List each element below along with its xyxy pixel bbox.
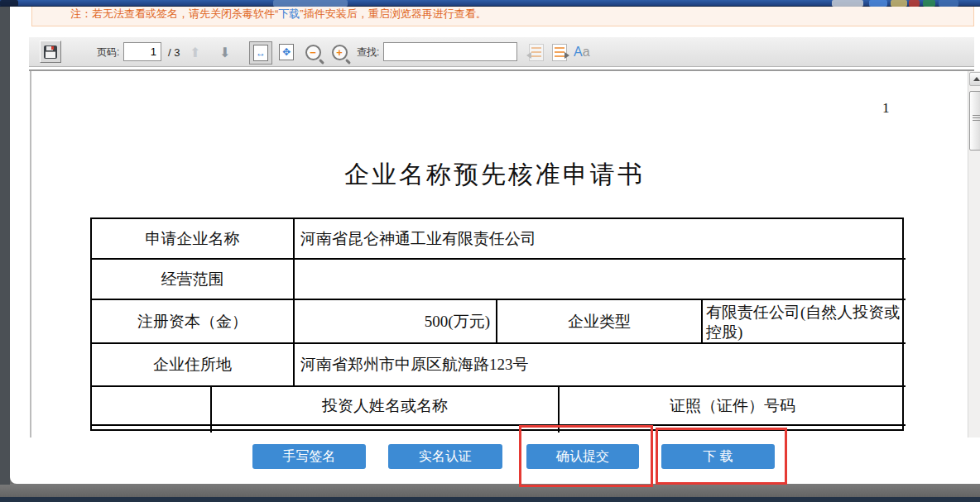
table-label-enterprise-address: 企业住所地 (92, 344, 295, 387)
fit-width-button[interactable]: ↔ (249, 41, 272, 65)
page-up-icon[interactable]: ⬆ (190, 37, 200, 67)
match-case-icon: A (574, 45, 583, 60)
real-name-auth-button[interactable]: 实名认证 (388, 444, 502, 469)
fit-width-icon: ↔ (253, 45, 268, 61)
find-next-button[interactable] (549, 41, 570, 63)
download-button[interactable]: 下 载 (661, 444, 775, 469)
floppy-disk-icon (44, 45, 57, 59)
table-cell-partial (212, 426, 560, 433)
find-next-icon (552, 44, 567, 61)
content-panel: 注：若无法查看或签名，请先关闭杀毒软件“下载”插件安装后，重启浏览器再进行查看。… (10, 7, 980, 484)
match-case-toggle[interactable]: Aa (574, 37, 590, 67)
table-cell-empty (92, 387, 212, 426)
bottom-gray-bar (0, 484, 980, 497)
table-label-registered-capital: 注册资本（金） (92, 300, 295, 344)
document-page-number: 1 (882, 100, 890, 117)
document-page: 1 企业名称预先核准申请书 申请企业名称 河南省昆仑神通工业有限责任公司 经营范… (30, 71, 958, 437)
table-label-enterprise-type: 企业类型 (497, 300, 703, 344)
chrome-fragment (0, 0, 18, 7)
table-value-business-scope (295, 260, 906, 300)
download-plugin-link[interactable]: 下载 (278, 7, 300, 20)
zoom-in-icon: + (332, 45, 348, 60)
chrome-fragment (832, 0, 863, 7)
left-side-strip (0, 7, 10, 485)
chrome-fragment (923, 0, 935, 7)
notice-text: 注：若无法查看或签名，请先关闭杀毒软件“ (70, 7, 278, 20)
fit-page-button[interactable]: ✥ (276, 41, 297, 63)
application-table: 申请企业名称 河南省昆仑神通工业有限责任公司 经营范围 注册资本（金） 500(… (90, 218, 904, 431)
page-number-input[interactable] (123, 42, 161, 61)
confirm-submit-button[interactable]: 确认提交 (526, 444, 639, 469)
zoom-in-button[interactable]: + (329, 41, 350, 63)
page-total-label: / 3 (168, 37, 180, 67)
table-label-business-scope: 经营范围 (92, 260, 295, 300)
table-value-registered-capital: 500(万元) (295, 300, 497, 344)
notice-text-suffix: ”插件安装后，重启浏览器再进行查看。 (300, 7, 486, 20)
fit-page-icon: ✥ (279, 44, 294, 60)
chrome-fragment (909, 0, 920, 7)
page-number-label: 页码: (97, 37, 119, 67)
page-down-icon[interactable]: ⬇ (219, 37, 230, 67)
chrome-fragment (939, 0, 958, 7)
scrollbar-thumb[interactable] (969, 91, 980, 151)
chrome-fragment (273, 0, 348, 7)
find-input[interactable] (383, 42, 517, 61)
find-previous-icon (529, 44, 544, 61)
table-value-enterprise-type: 有限责任公司(自然人投资或控股) (703, 300, 906, 344)
zoom-out-button[interactable]: − (302, 41, 324, 63)
chrome-fragment (869, 0, 887, 7)
scrollbar-grip-icon (973, 115, 980, 121)
table-header-certificate-number: 证照（证件）号码 (560, 387, 906, 426)
scrollbar-up-button[interactable] (969, 72, 980, 86)
up-arrow-icon (973, 74, 980, 81)
vertical-scrollbar[interactable] (968, 71, 980, 437)
table-value-enterprise-name: 河南省昆仑神通工业有限责任公司 (295, 219, 906, 260)
handwritten-signature-button[interactable]: 手写签名 (252, 444, 366, 469)
bottom-navy-bar (0, 497, 980, 502)
find-previous-button[interactable] (526, 41, 547, 63)
document-title: 企业名称预先核准申请书 (31, 158, 958, 192)
table-cell-partial (92, 426, 212, 433)
browser-top-bar (0, 0, 980, 7)
find-label: 查找: (357, 37, 379, 67)
chrome-fragment (891, 0, 907, 7)
pdf-toolbar: 页码: / 3 ⬆ ⬇ ↔ ✥ − + 查找: Aa (29, 37, 974, 67)
zoom-out-icon: − (305, 45, 321, 60)
table-label-enterprise-name: 申请企业名称 (92, 219, 295, 260)
table-header-investor-name: 投资人姓名或名称 (212, 387, 560, 426)
table-value-enterprise-address: 河南省郑州市中原区航海路123号 (295, 344, 906, 387)
save-button[interactable] (40, 41, 61, 63)
